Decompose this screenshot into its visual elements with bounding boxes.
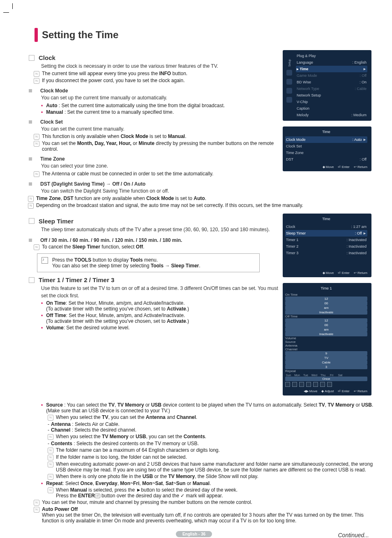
- repeat-n: NWhen Manual is selected, press the ►but…: [48, 487, 376, 499]
- timer-source: •Source : You can select the TV, TV Memo…: [41, 402, 376, 414]
- clockset-body: You can set the current time manually.: [41, 126, 279, 133]
- timer-on: •On Time: Set the Hour, Minute, am/pm, a…: [41, 300, 279, 312]
- src-n5: NWhen executing automatic power-on and 2…: [48, 461, 376, 473]
- clock-intro: Setting the clock is necessary in order …: [41, 63, 279, 70]
- apo: NAuto Power OffWhen you set the timer On…: [34, 506, 376, 524]
- sleep-opts: Off / 30 min. / 60 min. / 90 min. / 120 …: [29, 237, 279, 243]
- sleep-n: NTo cancel the Sleep Timer function, sel…: [34, 244, 279, 250]
- play-icon: [286, 79, 292, 85]
- src-n3: NThe folder name can be a maximum of 64 …: [48, 447, 376, 453]
- tools-icon: [42, 257, 48, 264]
- timer-intro: Use this feature to set the TV to turn o…: [41, 285, 279, 299]
- clock-note2: NIf you disconnect the power cord, you h…: [34, 78, 279, 84]
- osd-time1: Time 1 On Time 1200amInactivate Off Time…: [283, 283, 371, 395]
- src-ch: Channel : Selects the desired channel.: [48, 427, 376, 433]
- osd-setup: Setup Plug & PlayLanguage: English▸ Time…: [283, 50, 371, 121]
- section-clock: Clock: [29, 54, 279, 61]
- osd-time-list: Time Clock: 1:27 amSleep Timer: Off ►Tim…: [283, 214, 371, 277]
- src-n2: NWhen you select the TV Memory or USB, y…: [48, 434, 376, 440]
- src-ant: Antenna : Selects Air or Cable.: [48, 421, 376, 427]
- clock-end-n2: NDepending on the broadcast station and …: [28, 202, 376, 209]
- src-con: Contents : Selects the desired contents …: [48, 441, 376, 446]
- clock-note1: NThe current time will appear every time…: [34, 71, 279, 77]
- sleep-intro: The sleep timer automatically shuts off …: [41, 226, 279, 233]
- tz-head: Time Zone: [29, 156, 279, 162]
- input-icon: [286, 88, 292, 94]
- tz-n1: NThe Antenna or cable must be connected …: [34, 171, 279, 177]
- clockmode-auto: •Auto : Set the current time automatical…: [41, 103, 279, 108]
- timer-vol: •Volume: Set the desired volume level.: [41, 325, 279, 331]
- page-number-pill: English - 36: [12, 531, 376, 537]
- clockset-head: Clock Set: [29, 119, 279, 125]
- osd-setup-tab: Setup: [288, 59, 291, 67]
- timer-off: •Off Time: Set the Hour, Minute, am/pm, …: [41, 313, 279, 324]
- clock-end-n1: NTime Zone, DST function are only availa…: [28, 195, 376, 202]
- title-accent: [35, 28, 38, 42]
- app-icon: [286, 97, 292, 103]
- src-n6: NWhen there is only one photo file in th…: [48, 474, 376, 480]
- src-n4: NIf the folder name is too long, the fol…: [48, 454, 376, 460]
- dst-body: You can switch the Daylight Saving Time …: [41, 188, 279, 195]
- section-timer: Timer 1 / Timer 2 / Timer 3: [29, 276, 279, 283]
- clockmode-head: Clock Mode: [29, 88, 279, 94]
- src-n1: NWhen you select the TV, you can set the…: [48, 414, 376, 421]
- section-sleep: Sleep Timer: [29, 218, 279, 225]
- page-title: Setting the Time: [42, 29, 118, 41]
- sleep-tip: Press the TOOLS button to display Tools …: [37, 253, 260, 272]
- clockset-n2: NYou can set the Month, Day, Year, Hour,…: [34, 140, 279, 152]
- tz-body: You can select your time zone.: [41, 163, 279, 170]
- clockmode-body: You can set up the current time manually…: [41, 94, 279, 101]
- dst-head: DST (Daylight Saving Time) → Off / On / …: [29, 181, 279, 187]
- timer-repeat: •Repeat: Select Once, Everyday, Mon~Fri,…: [41, 481, 376, 486]
- clockmode-manual: •Manual : Set the current time to a manu…: [41, 109, 279, 115]
- gear-icon: [286, 70, 292, 76]
- osd-time: Time Clock Mode: Auto ►Clock SetTime Zon…: [283, 126, 371, 171]
- clockset-n1: NThis function is only available when Cl…: [34, 133, 279, 140]
- timer-end-n: NYou can set the hour, minute and channe…: [34, 499, 376, 506]
